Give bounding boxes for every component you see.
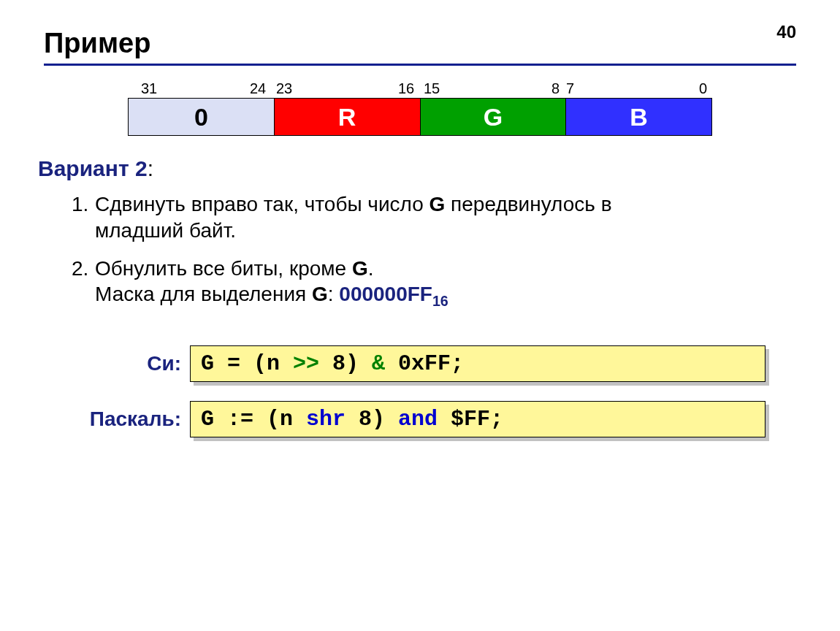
step-2-num: 2. [72,256,95,282]
step-1-text-a: Сдвинуть вправо так, чтобы число [95,193,429,215]
code-box-pascal-wrap: G := (n shr 8) and $FF; [190,401,765,437]
mask-value: 000000FF [339,283,432,305]
c-p3: 0xFF; [385,351,464,376]
code-box-c-wrap: G = (n >> 8) & 0xFF; [190,345,765,382]
bit-label-7: 7 [566,80,574,97]
step-1: 1.Сдвинуть вправо так, чтобы число G пер… [72,191,796,244]
step-1-num: 1. [72,191,95,218]
step-2-line2-a: Маска для выделения [95,283,312,305]
bit-label-0: 0 [699,80,707,97]
variant-colon: : [148,156,153,180]
code-box-pascal: G := (n shr 8) and $FF; [190,401,765,437]
bit-label-15: 15 [424,80,440,97]
code-box-c: G = (n >> 8) & 0xFF; [190,345,765,382]
mask-base: 16 [432,293,448,309]
variant-heading: Вариант 2: [38,156,796,181]
byte-blue: B [566,99,711,135]
p-p1: G := (n [201,407,306,432]
p-and: and [398,407,438,432]
slide: 40 Пример 31 24 23 16 15 8 7 0 0 R G B В… [0,0,840,631]
bit-diagram: 31 24 23 16 15 8 7 0 0 R G B [128,80,712,136]
slide-title: Пример [44,28,796,59]
steps-list: 1.Сдвинуть вправо так, чтобы число G пер… [72,191,796,310]
p-p2: 8) [345,407,398,432]
byte-row: 0 R G B [128,98,712,136]
step-1-text-b: передвинулось в [445,193,611,215]
bit-label-24: 24 [250,80,266,97]
bit-labels-row: 31 24 23 16 15 8 7 0 [128,80,712,96]
byte-zero: 0 [129,99,275,135]
code-row-pascal: Паскаль: G := (n shr 8) and $FF; [72,401,796,437]
p-p3: $FF; [438,407,503,432]
p-shr: shr [306,407,345,432]
c-p1: G = (n [201,351,293,376]
title-divider [44,64,796,66]
step-2-line2-bold: G [312,283,328,305]
c-p2: 8) [319,351,372,376]
code-label-pascal: Паскаль: [72,408,190,431]
step-2-text-a: Обнулить все биты, кроме [95,257,352,280]
code-label-c: Си: [72,352,190,375]
step-2: 2.Обнулить все биты, кроме G. Маска для … [72,256,796,311]
step-2-bold: G [352,257,368,280]
step-2-line2-b: : [328,283,340,305]
step-2-dot: . [368,257,374,280]
step-1-bold: G [429,193,446,215]
variant-label: Вариант 2 [38,156,148,180]
step-2-line2: Маска для выделения G: 000000FF16 [95,281,796,310]
c-op-and: & [372,351,385,376]
byte-red: R [275,99,421,135]
bit-label-8: 8 [551,80,560,97]
code-row-c: Си: G = (n >> 8) & 0xFF; [72,345,796,382]
page-number: 40 [776,22,796,42]
bit-label-31: 31 [141,80,157,97]
bit-label-16: 16 [398,80,414,97]
bit-label-23: 23 [276,80,292,97]
byte-green: G [421,99,567,135]
step-1-line2: младший байт. [95,218,796,244]
c-op-shift: >> [293,351,319,376]
